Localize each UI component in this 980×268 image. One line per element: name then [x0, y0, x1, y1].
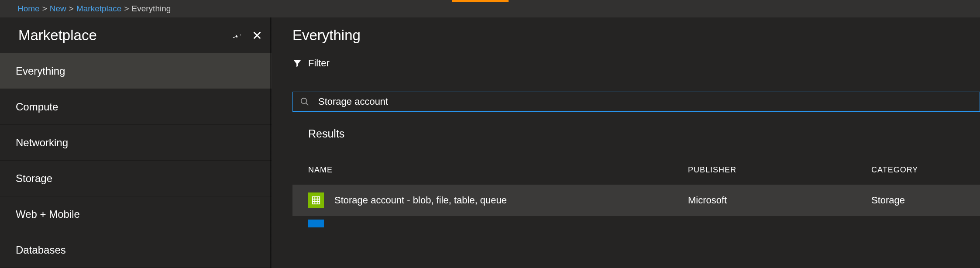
blade-title: Everything: [292, 27, 361, 44]
filter-label: Filter: [308, 58, 330, 69]
menu-item-everything[interactable]: Everything: [0, 53, 272, 89]
breadcrumb-separator: >: [42, 4, 47, 14]
table-row-partial[interactable]: [292, 220, 980, 228]
table-row[interactable]: Storage account - blob, file, table, que…: [292, 185, 980, 216]
breadcrumb-separator: >: [69, 4, 74, 14]
pin-icon[interactable]: [232, 31, 242, 40]
menu-item-networking[interactable]: Networking: [0, 125, 272, 161]
menu-item-databases[interactable]: Databases: [0, 232, 272, 268]
svg-rect-2: [313, 197, 320, 204]
column-header-publisher[interactable]: PUBLISHER: [688, 165, 871, 175]
result-publisher: Microsoft: [688, 195, 871, 206]
storage-account-icon: [308, 192, 324, 208]
search-input[interactable]: [318, 96, 973, 107]
search-icon: [300, 97, 309, 107]
result-name: Storage account - blob, file, table, que…: [334, 195, 507, 206]
result-category: Storage: [871, 195, 980, 206]
menu-item-storage[interactable]: Storage: [0, 161, 272, 196]
blade-title: Marketplace: [18, 27, 232, 44]
breadcrumb-link-new[interactable]: New: [50, 4, 66, 14]
svg-point-0: [301, 98, 307, 104]
svg-line-1: [306, 103, 309, 106]
results-heading: Results: [308, 127, 980, 140]
everything-blade: Everything Filter Results NAME PUBLISHER…: [272, 17, 980, 268]
filter-button[interactable]: Filter: [292, 53, 980, 73]
breadcrumb-link-marketplace[interactable]: Marketplace: [76, 4, 122, 14]
marketplace-blade: Marketplace Everything Compute Networkin…: [0, 17, 272, 268]
close-icon[interactable]: [252, 31, 262, 40]
menu-item-compute[interactable]: Compute: [0, 89, 272, 125]
blade-header: Marketplace: [0, 17, 272, 53]
column-header-name[interactable]: NAME: [308, 165, 688, 175]
category-menu: Everything Compute Networking Storage We…: [0, 53, 272, 268]
blade-header: Everything: [292, 17, 980, 53]
breadcrumb-link-home[interactable]: Home: [17, 4, 40, 14]
breadcrumb-separator: >: [124, 4, 129, 14]
search-box[interactable]: [292, 92, 980, 112]
breadcrumb: Home > New > Marketplace > Everything: [0, 0, 980, 17]
results-table: NAME PUBLISHER CATEGORY Storage account …: [292, 161, 980, 228]
filter-icon: [292, 58, 302, 68]
breadcrumb-current: Everything: [132, 4, 171, 14]
resource-icon-partial: [308, 220, 324, 227]
column-header-category[interactable]: CATEGORY: [871, 165, 980, 175]
loading-indicator: [452, 0, 509, 2]
menu-item-web-mobile[interactable]: Web + Mobile: [0, 196, 272, 232]
table-header: NAME PUBLISHER CATEGORY: [292, 161, 980, 179]
